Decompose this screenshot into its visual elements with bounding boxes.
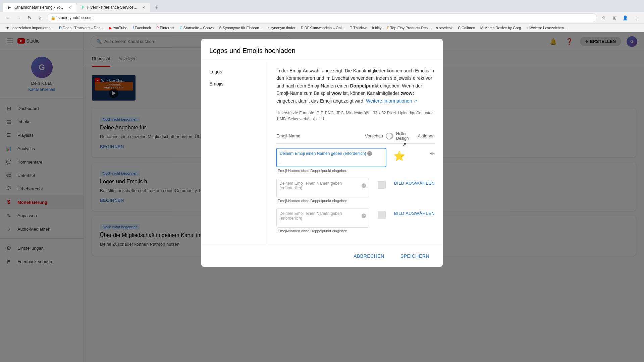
tab-favicon-1: ▶ (7, 5, 11, 10)
emoji-hint-3: Emoji-Namen ohne Doppelpunkt eingeben (276, 229, 369, 233)
save-button[interactable]: SPEICHERN (395, 251, 435, 261)
modal-main-content: in der Emoji-Auswahl angezeigt. Die Kana… (268, 60, 443, 245)
bookmark-more[interactable]: » Weitere Lesezeichen... (524, 25, 569, 31)
modal-overlay[interactable]: Logos und Emojis hochladen Logos Emojis … (0, 32, 644, 362)
bookmark-deepl[interactable]: D DeepL Translate – Der ... (57, 25, 106, 31)
bookmark-import[interactable]: ★ Lesezeichen importieren... (4, 25, 56, 31)
bookmark-sevdesk[interactable]: s sevdesk (434, 25, 454, 31)
address-bar[interactable]: 🔒 studio.youtube.com (47, 13, 597, 22)
emoji-hint-2: Emoji-Namen ohne Doppelpunkt eingeben (276, 199, 369, 203)
cancel-button[interactable]: ABBRECHEN (348, 251, 390, 261)
emoji-preview-col-3 (372, 208, 392, 219)
emoji-row-1: Deinem Emoji einen Namen geben (erforder… (276, 148, 435, 173)
emoji-row-3: Deinem Emoji einen Namen geben (erforder… (276, 208, 435, 233)
bookmark-icon-canva: C (180, 26, 182, 30)
supported-formats-text: Unterstützte Formate: GIF, PNG, JPG. Min… (276, 110, 435, 122)
bookmark-icon-pin: P (156, 26, 159, 30)
tab-title-1: Kanalmonetarisierung - YouTube... (13, 5, 65, 10)
lock-icon: 🔒 (51, 15, 56, 20)
modal-nav-emojis[interactable]: Emojis (201, 78, 268, 90)
bookmarks-star[interactable]: ☆ (600, 14, 608, 22)
bookmark-bitly[interactable]: b bitly (370, 25, 384, 31)
bookmark-icon-import: ★ (6, 26, 9, 30)
home-button[interactable]: ⌂ (36, 14, 44, 22)
col-actions-header: Aktionen (415, 133, 435, 138)
tab-close-1[interactable]: ✕ (67, 5, 72, 10)
emoji-hint-1: Emoji-Namen ohne Doppelpunkt eingeben (276, 169, 386, 173)
modal-title: Logos und Emojis hochladen (201, 39, 443, 60)
modal-sidebar: Logos Emojis (201, 60, 268, 245)
bookmark-merch-resize[interactable]: M Merch Resize by Greg (478, 25, 523, 31)
reload-button[interactable]: ↻ (25, 14, 34, 22)
weitere-informationen-link[interactable]: Weitere Informationen ↗ (366, 98, 417, 104)
new-tab-button[interactable]: + (152, 3, 161, 12)
bookmark-facebook[interactable]: f Facebook (131, 25, 153, 31)
emoji-input-label-2: Deinem Emoji einen Namen geben (erforder… (279, 181, 366, 190)
browser-chrome: ▶ Kanalmonetarisierung - YouTube... ✕ F … (0, 0, 644, 23)
help-icon-2: ? (362, 183, 366, 188)
emoji-actions-col-3: BILD AUSWÄHLEN (394, 208, 435, 216)
emoji-input-2[interactable]: Deinem Emoji einen Namen geben (erforder… (276, 178, 369, 197)
bild-auswahlen-btn-3[interactable]: BILD AUSWÄHLEN (394, 211, 435, 216)
emoji-actions-col-1: ✏ (415, 148, 435, 157)
bookmark-etsy[interactable]: E Top Etsy Products Res... (385, 25, 433, 31)
tab-title-2: Fiverr - Freelance Services Mar... (87, 5, 139, 10)
bookmark-youtube[interactable]: ▶ YouTube (107, 25, 129, 31)
col-emoji-name-header: Emoji-Name (276, 133, 362, 138)
modal-description: in der Emoji-Auswahl angezeigt. Die Kana… (276, 67, 435, 105)
col-preview-header: Vorschau Helles Design (365, 131, 412, 141)
extensions-button[interactable]: ⊞ (610, 14, 619, 22)
browser-toolbar: ← → ↻ ⌂ 🔒 studio.youtube.com ☆ ⊞ 👤 ⋮ (0, 12, 644, 23)
tab-close-2[interactable]: ✕ (141, 5, 146, 10)
bookmark-icon-sev: s (436, 26, 438, 30)
bookmark-dfx[interactable]: D DFX umwandeln – Onl... (299, 25, 347, 31)
address-text: studio.youtube.com (58, 15, 93, 20)
bookmark-icon-merch: M (480, 26, 483, 30)
preview-toggle[interactable] (386, 133, 393, 139)
modal-logos-emojis: Logos und Emojis hochladen Logos Emojis … (201, 39, 443, 267)
browser-tabs: ▶ Kanalmonetarisierung - YouTube... ✕ F … (0, 0, 644, 12)
text-cursor-1 (280, 158, 280, 163)
forward-button[interactable]: → (15, 14, 23, 22)
emoji-actions-col-2: BILD AUSWÄHLEN (394, 178, 435, 186)
bookmark-synonym-finder[interactable]: s synonym finder (266, 25, 298, 31)
bookmark-icon-etsy: E (387, 26, 389, 30)
emoji-preview-col-2 (372, 178, 392, 189)
bookmark-icon-fb: f (133, 26, 134, 30)
mouse-cursor: ↖ (402, 141, 407, 148)
menu-button[interactable]: ⋮ (632, 14, 640, 22)
bookmark-pinterest[interactable]: P Pinterest (154, 25, 176, 31)
bookmark-icon-deepl: D (59, 26, 62, 30)
back-button[interactable]: ← (4, 14, 12, 22)
help-icon-3: ? (362, 214, 366, 218)
modal-nav-logos[interactable]: Logos (201, 66, 268, 78)
description-text: in der Emoji-Auswahl angezeigt. Die Kana… (276, 67, 435, 105)
emoji-input-label-3: Deinem Emoji einen Namen geben (erforder… (279, 211, 366, 221)
emoji-input-3[interactable]: Deinem Emoji einen Namen geben (erforder… (276, 208, 369, 228)
emoji-input-label-1: Deinem Emoji einen Namen geben (erforder… (280, 151, 383, 156)
bild-auswahlen-btn-2[interactable]: BILD AUSWÄHLEN (394, 181, 435, 186)
tab-fiverr[interactable]: F Fiverr - Freelance Services Mar... ✕ (76, 3, 150, 12)
helles-design-label: Helles Design (396, 131, 412, 141)
emoji-star-icon: ⭐ (393, 150, 405, 162)
profile-button[interactable]: 👤 (621, 14, 629, 22)
bookmark-canva[interactable]: C Startseite – Canva (178, 25, 216, 31)
bookmark-more-icon: » (526, 26, 528, 30)
bookmark-icon-coll: C (458, 26, 461, 30)
modal-body: Logos Emojis in der Emoji-Auswahl angeze… (201, 60, 443, 245)
emoji-name-col-2: Deinem Emoji einen Namen geben (erforder… (276, 178, 369, 203)
bookmark-tmview[interactable]: T TMView (348, 25, 369, 31)
bookmark-icon-yt: ▶ (109, 26, 112, 30)
emoji-name-col-3: Deinem Emoji einen Namen geben (erforder… (276, 208, 369, 233)
emoji-input-focused-1[interactable]: Deinem Emoji einen Namen geben (erforder… (276, 148, 386, 167)
tab-youtube-studio[interactable]: ▶ Kanalmonetarisierung - YouTube... ✕ (3, 3, 76, 12)
emoji-placeholder-3 (378, 211, 386, 219)
emoji-table-header: Emoji-Name Vorschau Helles Design Aktion… (276, 129, 435, 144)
bookmark-icon-dfx: D (301, 26, 304, 30)
bookmark-icon-syn: S (219, 26, 221, 30)
bookmark-collmex[interactable]: C Collmex (456, 25, 477, 31)
emoji-name-col-1: Deinem Emoji einen Namen geben (erforder… (276, 148, 386, 173)
edit-icon-1[interactable]: ✏ (430, 150, 435, 157)
bookmark-synonyme[interactable]: S Synonyme für Einhorn... (217, 25, 264, 31)
bookmarks-bar: ★ Lesezeichen importieren... D DeepL Tra… (0, 23, 644, 32)
